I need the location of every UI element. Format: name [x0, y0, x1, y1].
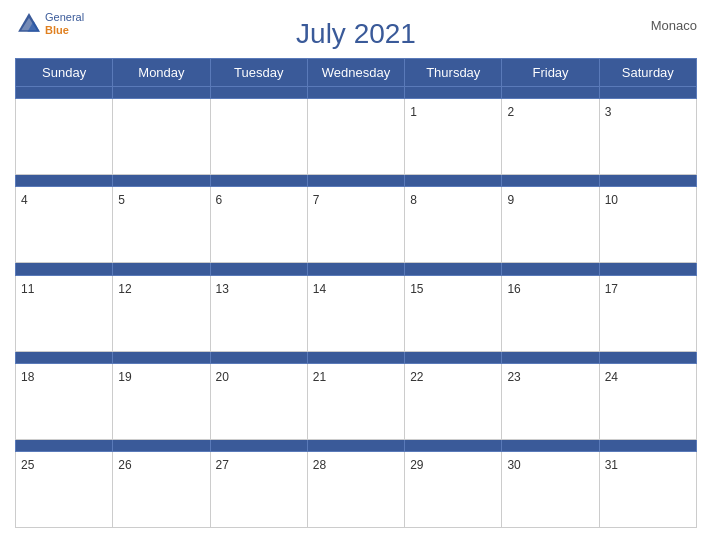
day-number: 4 [21, 193, 28, 207]
day-number: 12 [118, 282, 131, 296]
day-number: 9 [507, 193, 514, 207]
week-divider-4 [16, 439, 697, 451]
day-number: 20 [216, 370, 229, 384]
col-thursday: Thursday [405, 59, 502, 87]
day-cell: 22 [405, 363, 502, 439]
day-cell [210, 99, 307, 175]
week-row-1: 45678910 [16, 187, 697, 263]
day-number: 14 [313, 282, 326, 296]
day-cell: 13 [210, 275, 307, 351]
day-number: 21 [313, 370, 326, 384]
day-cell: 17 [599, 275, 696, 351]
day-cell: 3 [599, 99, 696, 175]
calendar-title: July 2021 [15, 10, 697, 50]
week-divider-1 [16, 175, 697, 187]
calendar-container: General Blue July 2021 Monaco Sunday Mon… [0, 0, 712, 550]
weekday-header-row: Sunday Monday Tuesday Wednesday Thursday… [16, 59, 697, 87]
day-number: 16 [507, 282, 520, 296]
day-cell: 18 [16, 363, 113, 439]
day-number: 30 [507, 458, 520, 472]
day-number: 10 [605, 193, 618, 207]
week-row-3: 18192021222324 [16, 363, 697, 439]
day-number: 22 [410, 370, 423, 384]
week-row-2: 11121314151617 [16, 275, 697, 351]
day-cell: 10 [599, 187, 696, 263]
day-cell: 16 [502, 275, 599, 351]
day-cell: 26 [113, 451, 210, 527]
day-number: 28 [313, 458, 326, 472]
day-number: 7 [313, 193, 320, 207]
day-cell: 23 [502, 363, 599, 439]
day-cell: 14 [307, 275, 404, 351]
day-number: 29 [410, 458, 423, 472]
day-number: 1 [410, 105, 417, 119]
day-cell: 28 [307, 451, 404, 527]
day-cell: 7 [307, 187, 404, 263]
day-cell: 2 [502, 99, 599, 175]
day-cell: 20 [210, 363, 307, 439]
logo-line2: Blue [45, 24, 84, 37]
day-number: 31 [605, 458, 618, 472]
day-number: 3 [605, 105, 612, 119]
day-number: 17 [605, 282, 618, 296]
day-cell: 29 [405, 451, 502, 527]
col-monday: Monday [113, 59, 210, 87]
day-cell: 24 [599, 363, 696, 439]
day-number: 15 [410, 282, 423, 296]
day-number: 25 [21, 458, 34, 472]
week-divider-0 [16, 87, 697, 99]
day-number: 6 [216, 193, 223, 207]
week-row-4: 25262728293031 [16, 451, 697, 527]
week-row-0: 123 [16, 99, 697, 175]
location-label: Monaco [651, 18, 697, 33]
day-cell: 11 [16, 275, 113, 351]
day-cell: 21 [307, 363, 404, 439]
col-wednesday: Wednesday [307, 59, 404, 87]
day-number: 11 [21, 282, 34, 296]
col-tuesday: Tuesday [210, 59, 307, 87]
day-number: 2 [507, 105, 514, 119]
calendar-table: Sunday Monday Tuesday Wednesday Thursday… [15, 58, 697, 528]
col-friday: Friday [502, 59, 599, 87]
day-number: 19 [118, 370, 131, 384]
day-cell: 9 [502, 187, 599, 263]
logo-area: General Blue [15, 10, 84, 38]
day-number: 26 [118, 458, 131, 472]
col-sunday: Sunday [16, 59, 113, 87]
day-cell: 4 [16, 187, 113, 263]
day-number: 5 [118, 193, 125, 207]
day-number: 27 [216, 458, 229, 472]
day-cell: 12 [113, 275, 210, 351]
day-cell: 15 [405, 275, 502, 351]
day-cell: 27 [210, 451, 307, 527]
day-cell: 5 [113, 187, 210, 263]
week-divider-2 [16, 263, 697, 275]
day-number: 8 [410, 193, 417, 207]
day-cell: 6 [210, 187, 307, 263]
calendar-header: General Blue July 2021 Monaco [15, 10, 697, 50]
day-cell: 31 [599, 451, 696, 527]
day-number: 24 [605, 370, 618, 384]
day-number: 13 [216, 282, 229, 296]
day-cell [113, 99, 210, 175]
week-divider-3 [16, 351, 697, 363]
day-cell: 25 [16, 451, 113, 527]
day-number: 23 [507, 370, 520, 384]
day-cell: 1 [405, 99, 502, 175]
day-number: 18 [21, 370, 34, 384]
generalblue-logo-icon [15, 10, 43, 38]
col-saturday: Saturday [599, 59, 696, 87]
logo-line1: General [45, 11, 84, 24]
logo-text: General Blue [45, 11, 84, 37]
day-cell: 19 [113, 363, 210, 439]
day-cell: 8 [405, 187, 502, 263]
day-cell [307, 99, 404, 175]
day-cell [16, 99, 113, 175]
day-cell: 30 [502, 451, 599, 527]
